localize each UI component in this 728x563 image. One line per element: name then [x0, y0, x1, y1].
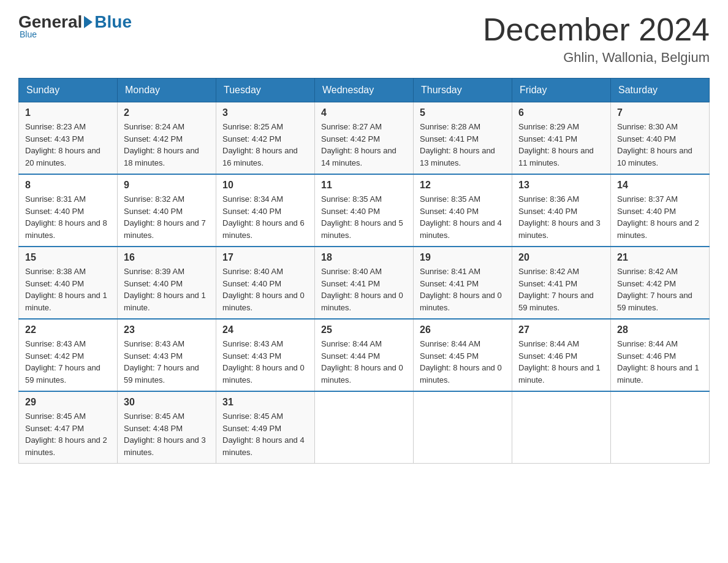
- day-number: 30: [124, 397, 210, 408]
- calendar-header-row: Sunday Monday Tuesday Wednesday Thursday…: [19, 79, 710, 102]
- table-row: 1 Sunrise: 8:23 AMSunset: 4:43 PMDayligh…: [19, 102, 118, 175]
- day-info: Sunrise: 8:35 AMSunset: 4:40 PMDaylight:…: [321, 194, 403, 240]
- table-row: 22 Sunrise: 8:43 AMSunset: 4:42 PMDaylig…: [19, 319, 118, 391]
- table-row: 12 Sunrise: 8:35 AMSunset: 4:40 PMDaylig…: [414, 174, 512, 247]
- day-info: Sunrise: 8:43 AMSunset: 4:43 PMDaylight:…: [124, 339, 199, 385]
- table-row: 31 Sunrise: 8:45 AMSunset: 4:49 PMDaylig…: [216, 391, 315, 464]
- day-number: 23: [124, 324, 210, 335]
- table-row: 25 Sunrise: 8:44 AMSunset: 4:44 PMDaylig…: [315, 319, 414, 391]
- day-number: 1: [25, 107, 111, 118]
- table-row: 28 Sunrise: 8:44 AMSunset: 4:46 PMDaylig…: [611, 319, 710, 391]
- day-number: 27: [518, 324, 604, 335]
- table-row: 13 Sunrise: 8:36 AMSunset: 4:40 PMDaylig…: [512, 174, 611, 247]
- day-number: 26: [420, 324, 506, 335]
- day-number: 4: [321, 107, 407, 118]
- day-info: Sunrise: 8:28 AMSunset: 4:41 PMDaylight:…: [420, 122, 495, 167]
- page-header: General Blue Blue December 2024 Ghlin, W…: [18, 12, 710, 66]
- logo-arrow-icon: [84, 16, 93, 28]
- table-row: [512, 391, 611, 464]
- calendar-table: Sunday Monday Tuesday Wednesday Thursday…: [18, 78, 710, 464]
- table-row: 11 Sunrise: 8:35 AMSunset: 4:40 PMDaylig…: [315, 174, 414, 247]
- day-info: Sunrise: 8:39 AMSunset: 4:40 PMDaylight:…: [124, 267, 206, 312]
- table-row: 16 Sunrise: 8:39 AMSunset: 4:40 PMDaylig…: [118, 247, 216, 319]
- day-info: Sunrise: 8:38 AMSunset: 4:40 PMDaylight:…: [25, 267, 107, 312]
- col-tuesday: Tuesday: [216, 79, 315, 102]
- day-info: Sunrise: 8:29 AMSunset: 4:41 PMDaylight:…: [518, 122, 594, 167]
- col-wednesday: Wednesday: [315, 79, 414, 102]
- logo-subtitle: Blue: [20, 29, 37, 39]
- day-number: 17: [222, 252, 308, 263]
- day-info: Sunrise: 8:45 AMSunset: 4:47 PMDaylight:…: [25, 412, 107, 457]
- table-row: 20 Sunrise: 8:42 AMSunset: 4:41 PMDaylig…: [512, 247, 611, 319]
- day-info: Sunrise: 8:32 AMSunset: 4:40 PMDaylight:…: [124, 194, 206, 240]
- day-info: Sunrise: 8:45 AMSunset: 4:49 PMDaylight:…: [222, 412, 305, 457]
- table-row: 9 Sunrise: 8:32 AMSunset: 4:40 PMDayligh…: [118, 174, 216, 247]
- day-number: 28: [617, 324, 703, 335]
- month-title: December 2024: [483, 12, 710, 47]
- day-info: Sunrise: 8:37 AMSunset: 4:40 PMDaylight:…: [617, 194, 699, 240]
- logo: General Blue Blue: [18, 12, 132, 39]
- day-info: Sunrise: 8:43 AMSunset: 4:43 PMDaylight:…: [222, 339, 305, 385]
- day-info: Sunrise: 8:24 AMSunset: 4:42 PMDaylight:…: [124, 122, 199, 167]
- calendar-week-row: 15 Sunrise: 8:38 AMSunset: 4:40 PMDaylig…: [19, 247, 710, 319]
- table-row: 15 Sunrise: 8:38 AMSunset: 4:40 PMDaylig…: [19, 247, 118, 319]
- day-info: Sunrise: 8:44 AMSunset: 4:46 PMDaylight:…: [518, 339, 601, 385]
- table-row: 17 Sunrise: 8:40 AMSunset: 4:40 PMDaylig…: [216, 247, 315, 319]
- day-number: 12: [420, 180, 506, 191]
- day-number: 3: [222, 107, 308, 118]
- day-number: 21: [617, 252, 703, 263]
- col-sunday: Sunday: [19, 79, 118, 102]
- table-row: 24 Sunrise: 8:43 AMSunset: 4:43 PMDaylig…: [216, 319, 315, 391]
- table-row: 26 Sunrise: 8:44 AMSunset: 4:45 PMDaylig…: [414, 319, 512, 391]
- day-number: 25: [321, 324, 407, 335]
- day-info: Sunrise: 8:40 AMSunset: 4:40 PMDaylight:…: [222, 267, 305, 312]
- day-info: Sunrise: 8:25 AMSunset: 4:42 PMDaylight:…: [222, 122, 298, 167]
- day-info: Sunrise: 8:27 AMSunset: 4:42 PMDaylight:…: [321, 122, 396, 167]
- day-info: Sunrise: 8:30 AMSunset: 4:40 PMDaylight:…: [617, 122, 692, 167]
- table-row: 10 Sunrise: 8:34 AMSunset: 4:40 PMDaylig…: [216, 174, 315, 247]
- day-number: 20: [518, 252, 604, 263]
- day-info: Sunrise: 8:36 AMSunset: 4:40 PMDaylight:…: [518, 194, 601, 240]
- table-row: [315, 391, 414, 464]
- table-row: 5 Sunrise: 8:28 AMSunset: 4:41 PMDayligh…: [414, 102, 512, 175]
- table-row: [414, 391, 512, 464]
- day-info: Sunrise: 8:45 AMSunset: 4:48 PMDaylight:…: [124, 412, 206, 457]
- day-number: 9: [124, 180, 210, 191]
- table-row: 21 Sunrise: 8:42 AMSunset: 4:42 PMDaylig…: [611, 247, 710, 319]
- table-row: 29 Sunrise: 8:45 AMSunset: 4:47 PMDaylig…: [19, 391, 118, 464]
- day-number: 18: [321, 252, 407, 263]
- table-row: 3 Sunrise: 8:25 AMSunset: 4:42 PMDayligh…: [216, 102, 315, 175]
- day-number: 19: [420, 252, 506, 263]
- table-row: 8 Sunrise: 8:31 AMSunset: 4:40 PMDayligh…: [19, 174, 118, 247]
- day-number: 15: [25, 252, 111, 263]
- table-row: [611, 391, 710, 464]
- day-info: Sunrise: 8:44 AMSunset: 4:46 PMDaylight:…: [617, 339, 699, 385]
- col-thursday: Thursday: [414, 79, 512, 102]
- day-info: Sunrise: 8:42 AMSunset: 4:42 PMDaylight:…: [617, 267, 692, 312]
- logo-blue-text: Blue: [94, 12, 132, 32]
- day-info: Sunrise: 8:35 AMSunset: 4:40 PMDaylight:…: [420, 194, 502, 240]
- location: Ghlin, Wallonia, Belgium: [483, 50, 710, 66]
- day-number: 2: [124, 107, 210, 118]
- table-row: 27 Sunrise: 8:44 AMSunset: 4:46 PMDaylig…: [512, 319, 611, 391]
- table-row: 19 Sunrise: 8:41 AMSunset: 4:41 PMDaylig…: [414, 247, 512, 319]
- calendar-week-row: 22 Sunrise: 8:43 AMSunset: 4:42 PMDaylig…: [19, 319, 710, 391]
- day-info: Sunrise: 8:41 AMSunset: 4:41 PMDaylight:…: [420, 267, 502, 312]
- day-info: Sunrise: 8:42 AMSunset: 4:41 PMDaylight:…: [518, 267, 594, 312]
- day-info: Sunrise: 8:40 AMSunset: 4:41 PMDaylight:…: [321, 267, 403, 312]
- day-number: 29: [25, 397, 111, 408]
- title-block: December 2024 Ghlin, Wallonia, Belgium: [483, 12, 710, 66]
- day-number: 7: [617, 107, 703, 118]
- table-row: 6 Sunrise: 8:29 AMSunset: 4:41 PMDayligh…: [512, 102, 611, 175]
- day-number: 11: [321, 180, 407, 191]
- col-monday: Monday: [118, 79, 216, 102]
- day-number: 22: [25, 324, 111, 335]
- table-row: 30 Sunrise: 8:45 AMSunset: 4:48 PMDaylig…: [118, 391, 216, 464]
- table-row: 14 Sunrise: 8:37 AMSunset: 4:40 PMDaylig…: [611, 174, 710, 247]
- day-info: Sunrise: 8:43 AMSunset: 4:42 PMDaylight:…: [25, 339, 100, 385]
- day-number: 10: [222, 180, 308, 191]
- day-info: Sunrise: 8:23 AMSunset: 4:43 PMDaylight:…: [25, 122, 100, 167]
- day-number: 31: [222, 397, 308, 408]
- day-info: Sunrise: 8:34 AMSunset: 4:40 PMDaylight:…: [222, 194, 305, 240]
- table-row: 7 Sunrise: 8:30 AMSunset: 4:40 PMDayligh…: [611, 102, 710, 175]
